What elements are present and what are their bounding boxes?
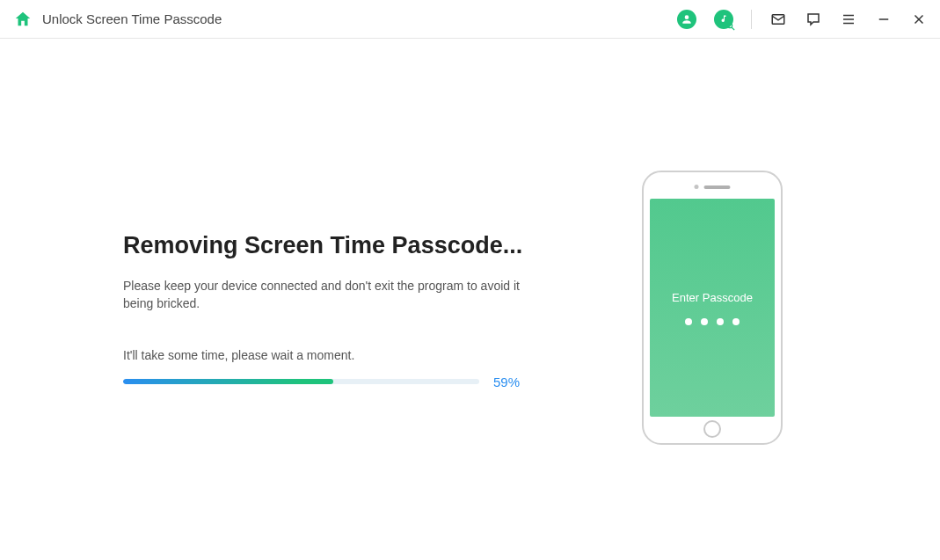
titlebar-left: Unlock Screen Time Passcode: [12, 9, 222, 30]
phone-screen-label: Enter Passcode: [672, 291, 753, 304]
progress-panel: Removing Screen Time Passcode... Please …: [123, 171, 536, 445]
menu-icon[interactable]: [840, 11, 857, 28]
account-icon[interactable]: [677, 10, 696, 29]
svg-line-1: [732, 27, 734, 30]
titlebar: Unlock Screen Time Passcode: [0, 0, 940, 39]
progress-row: 59%: [123, 375, 536, 389]
svg-point-0: [728, 23, 732, 27]
phone-screen: Enter Passcode: [650, 199, 775, 417]
heading: Removing Screen Time Passcode...: [123, 232, 536, 259]
phone-speaker: [695, 185, 731, 189]
wait-text: It'll take some time, please wait a mome…: [123, 348, 536, 362]
titlebar-right: [677, 10, 928, 29]
mail-icon[interactable]: [769, 11, 787, 28]
phone-illustration: Enter Passcode: [642, 171, 783, 445]
phone-frame: Enter Passcode: [642, 171, 783, 445]
page-title: Unlock Screen Time Passcode: [42, 11, 222, 26]
warning-text: Please keep your device connected and do…: [123, 277, 528, 313]
progress-percent-label: 59%: [493, 375, 520, 389]
progress-bar: [123, 379, 479, 384]
close-icon[interactable]: [910, 11, 928, 28]
phone-home-button: [703, 420, 721, 438]
home-icon[interactable]: [12, 9, 33, 30]
feedback-icon[interactable]: [805, 11, 822, 28]
minimize-icon[interactable]: [875, 11, 893, 28]
music-search-icon[interactable]: [714, 10, 733, 29]
passcode-dots: [685, 318, 740, 325]
divider: [751, 10, 752, 29]
main-content: Removing Screen Time Passcode... Please …: [0, 39, 940, 445]
progress-fill: [123, 379, 333, 384]
